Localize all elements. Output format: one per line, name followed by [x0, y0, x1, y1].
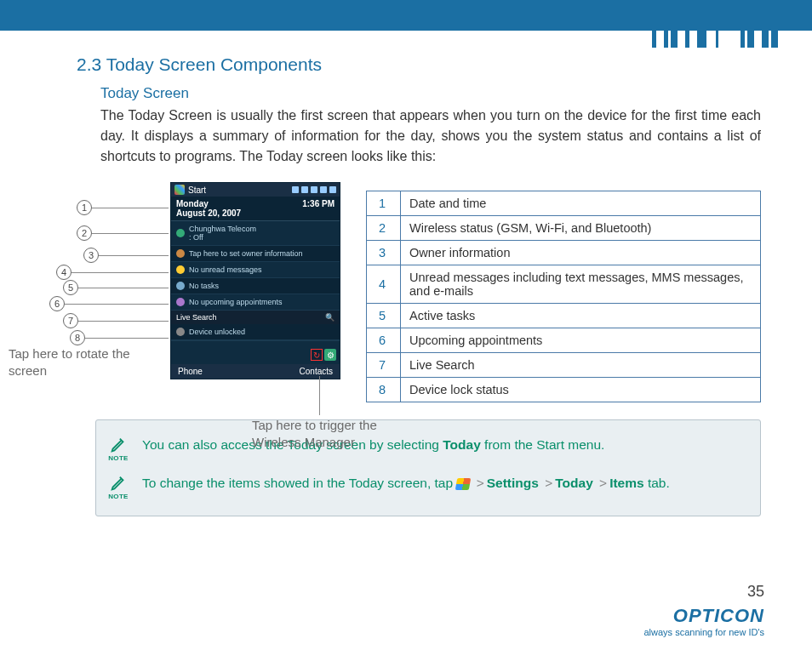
softkey-right: Contacts: [300, 367, 333, 376]
legend-num: 6: [367, 328, 401, 353]
legend-num: 7: [367, 353, 401, 378]
brand-name: OPTICON: [644, 605, 765, 627]
tasks-icon: [176, 282, 185, 290]
callout-8: 8: [70, 330, 85, 345]
legend-desc: Owner information: [401, 241, 761, 265]
note-icon: NOTE: [106, 474, 130, 500]
legend-desc: Device lock status: [401, 378, 761, 402]
table-row: 8Device lock status: [367, 378, 761, 402]
rotate-icon: ↻: [311, 349, 323, 361]
phone-date-row: Monday August 20, 2007 1:36 PM: [171, 197, 340, 221]
note-text-2: To change the items showed in the Today …: [142, 474, 736, 493]
phone-owner-row: Tap here to set owner information: [171, 246, 340, 262]
callout-2: 2: [77, 225, 92, 241]
phone-carrier-sub: : Off: [189, 233, 256, 242]
phone-tray: ↻ ⚙: [171, 340, 340, 364]
note2-tab: tab.: [644, 476, 670, 490]
windows-logo-icon: [455, 478, 471, 490]
figure-phone-wrap: 1 2 3 4 5 6 7 8 Tap here to rotate the s…: [77, 182, 349, 379]
barcode-decoration: [652, 0, 778, 48]
page-number: 35: [747, 583, 764, 601]
note2-items: Items: [609, 476, 644, 490]
callout-7: 7: [63, 313, 78, 328]
note-label-text: NOTE: [108, 454, 128, 462]
calendar-icon: [176, 298, 185, 306]
legend-num: 5: [367, 304, 401, 328]
phone-status-icons: [292, 186, 336, 193]
phone-search-text: Live Search: [176, 313, 217, 322]
phone-tasks-text: No tasks: [189, 282, 219, 290]
phone-lock-text: Device unlocked: [189, 328, 245, 336]
phone-search-row: Live Search🔍: [171, 311, 340, 324]
table-row: 6Upcoming appointments: [367, 328, 761, 353]
wireless-callout-label: Tap here to trigger the Wireless Manager: [252, 417, 422, 452]
section-title: 2.3 Today Screen Components: [77, 54, 761, 75]
table-row: 7Live Search: [367, 353, 761, 378]
phone-messages-text: No unread messages: [189, 265, 262, 274]
note-icon: NOTE: [106, 436, 130, 462]
brand-tagline: always scanning for new ID's: [644, 627, 765, 637]
softkey-left: Phone: [178, 367, 203, 376]
wireless-manager-icon: ⚙: [324, 349, 336, 361]
table-row: 4Unread messages including text messages…: [367, 265, 761, 304]
owner-icon: [176, 249, 185, 258]
note2-pre: To change the items showed in the Today …: [142, 476, 456, 490]
phone-messages-row: No unread messages: [171, 262, 340, 278]
search-go-icon: 🔍: [325, 313, 335, 322]
legend-num: 1: [367, 191, 401, 216]
lock-icon: [176, 328, 185, 336]
phone-carrier-row: Chunghwa Telecom : Off: [171, 221, 340, 246]
table-row: 3Owner information: [367, 241, 761, 265]
table-row: 5Active tasks: [367, 304, 761, 328]
phone-softkeys: Phone Contacts: [171, 364, 340, 379]
legend-desc: Upcoming appointments: [401, 328, 761, 353]
legend-desc: Unread messages including text messages,…: [401, 265, 761, 304]
breadcrumb-separator: >: [542, 476, 555, 490]
phone-titlebar: Start: [171, 183, 340, 197]
table-row: 2Wireless status (GSM, Wi-Fi, and Blueto…: [367, 216, 761, 241]
phone-appts-row: No upcoming appointments: [171, 294, 340, 311]
legend-desc: Date and time: [401, 191, 761, 216]
callout-4: 4: [56, 265, 71, 280]
note-text-1: You can also access the Today screen by …: [142, 436, 736, 454]
note2-today: Today: [555, 476, 593, 490]
note1-post: from the Start menu.: [481, 437, 605, 452]
callout-5: 5: [63, 280, 78, 295]
phone-tasks-row: No tasks: [171, 278, 340, 294]
phone-day: Monday: [176, 199, 241, 208]
subsection-title: Today Screen: [100, 85, 761, 102]
phone-appts-text: No upcoming appointments: [189, 298, 283, 306]
legend-table: 1Date and time 2Wireless status (GSM, Wi…: [366, 191, 761, 402]
note-box: NOTE You can also access the Today scree…: [95, 419, 761, 516]
callout-stack: 1 2 3 4 5 6 7 8: [77, 196, 169, 346]
table-row: 1Date and time: [367, 191, 761, 216]
legend-num: 2: [367, 216, 401, 241]
mail-icon: [176, 265, 185, 274]
phone-start-label: Start: [188, 185, 206, 195]
phone-time: 1:36 PM: [302, 199, 335, 218]
callout-1: 1: [77, 200, 92, 215]
note2-settings: Settings: [487, 476, 539, 490]
breadcrumb-separator: >: [474, 476, 487, 490]
legend-desc: Active tasks: [401, 304, 761, 328]
legend-num: 3: [367, 241, 401, 265]
note-label-text: NOTE: [108, 493, 128, 500]
callout-6: 6: [49, 296, 65, 311]
brand-logo: OPTICON always scanning for new ID's: [644, 605, 765, 637]
phone-owner-text: Tap here to set owner information: [189, 249, 303, 258]
phone-lock-row: Device unlocked: [171, 324, 340, 340]
windows-flag-icon: [174, 185, 185, 195]
intro-paragraph: The Today Screen is usually the first sc…: [100, 105, 761, 167]
phone-carrier: Chunghwa Telecom: [189, 225, 256, 233]
signal-icon: [176, 229, 185, 237]
note1-bold: Today: [443, 437, 481, 452]
rotate-callout-label: Tap here to rotate the screen: [9, 345, 153, 380]
phone-screenshot: Start Monday August 20, 2007 1:36 PM Chu…: [170, 182, 340, 379]
wireless-callout-line: [319, 376, 320, 415]
legend-desc: Wireless status (GSM, Wi-Fi, and Bluetoo…: [401, 216, 761, 241]
callout-3: 3: [83, 248, 99, 263]
legend-num: 4: [367, 265, 401, 304]
breadcrumb-separator: >: [597, 476, 609, 490]
legend-num: 8: [367, 378, 401, 402]
phone-date: August 20, 2007: [176, 208, 241, 218]
